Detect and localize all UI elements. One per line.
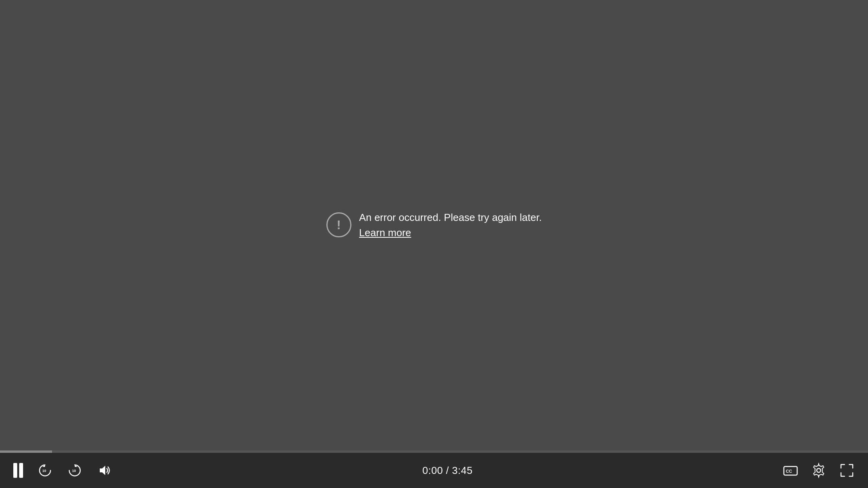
fullscreen-icon (839, 463, 855, 478)
progress-bar-buffered (0, 450, 52, 453)
time-display: 0:00 / 3:45 (422, 465, 472, 477)
volume-button[interactable] (94, 460, 115, 481)
rewind-button[interactable]: 10 (35, 460, 55, 481)
settings-button[interactable] (809, 460, 829, 481)
settings-icon (811, 463, 827, 478)
volume-icon (97, 463, 112, 478)
video-area: ! An error occurred. Please try again la… (0, 0, 868, 450)
learn-more-link[interactable]: Learn more (359, 227, 542, 239)
pause-icon (13, 463, 23, 478)
controls-bar: 10 10 0:00 / 3:45 (0, 450, 868, 488)
error-text-block: An error occurred. Please try again late… (359, 212, 542, 239)
controls-row: 10 10 0:00 / 3:45 (0, 453, 868, 488)
rewind-icon: 10 (37, 463, 53, 478)
error-message: An error occurred. Please try again late… (359, 212, 542, 224)
controls-center: 0:00 / 3:45 (422, 465, 472, 477)
exclamation-icon: ! (337, 219, 341, 231)
captions-button[interactable]: CC (780, 460, 801, 481)
error-icon: ! (326, 212, 351, 237)
progress-bar[interactable] (0, 450, 868, 453)
controls-right: CC (780, 460, 857, 481)
svg-text:10: 10 (72, 469, 76, 473)
svg-marker-4 (100, 466, 105, 475)
svg-text:10: 10 (42, 469, 46, 473)
controls-left: 10 10 (11, 460, 115, 481)
captions-icon: CC (783, 463, 798, 478)
error-container: ! An error occurred. Please try again la… (326, 212, 542, 239)
svg-text:CC: CC (786, 469, 792, 474)
forward-button[interactable]: 10 (65, 460, 85, 481)
forward-icon: 10 (67, 463, 83, 478)
pause-button[interactable] (11, 461, 25, 480)
svg-point-7 (817, 468, 821, 472)
fullscreen-button[interactable] (837, 460, 857, 481)
